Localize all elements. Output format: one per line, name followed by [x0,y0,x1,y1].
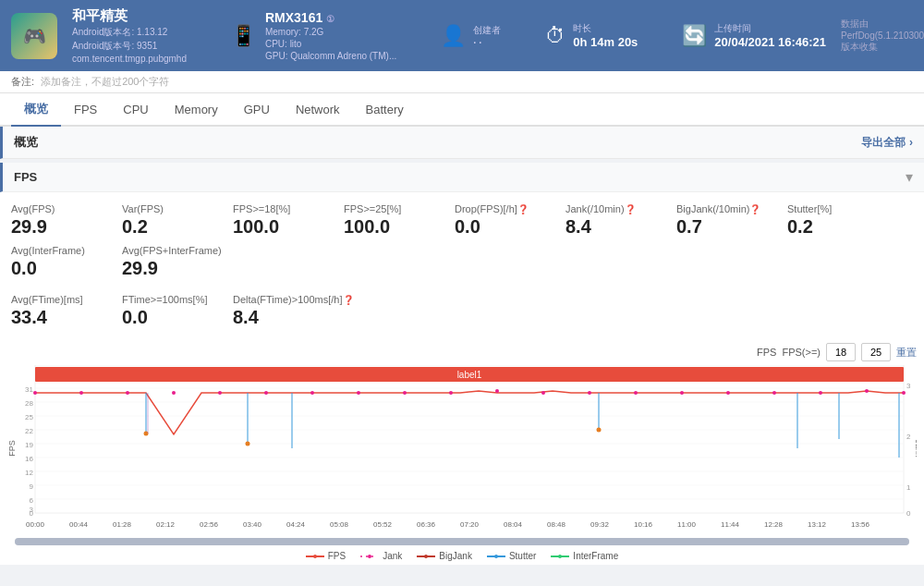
fps-stats-grid: Avg(FPS) 29.9 Var(FPS) 0.2 FPS>=18[%] 10… [0,192,924,290]
chart-controls: FPS FPS(>=) 重置 [7,343,917,361]
svg-text:07:20: 07:20 [460,520,480,529]
svg-point-91 [558,555,562,558]
svg-text:11:00: 11:00 [677,520,697,529]
stat-bigjank: BigJank(/10min)❓ 0.7 [676,200,787,241]
svg-point-30 [79,391,83,395]
app-version-code: Android版本号: 9351 [72,40,187,53]
svg-text:00:00: 00:00 [26,520,45,529]
svg-point-35 [310,391,314,395]
svg-text:13:12: 13:12 [808,520,827,529]
device-tag: ① [326,14,334,24]
svg-text:1: 1 [906,483,911,492]
threshold-input-1[interactable] [826,343,856,361]
legend-interframe: InterFrame [551,551,618,561]
duration-content: 时长 0h 14m 20s [573,22,638,49]
svg-text:02:56: 02:56 [200,520,219,529]
legend-bigjank: BigJank [417,551,472,561]
svg-point-41 [588,391,591,395]
chart-scrollbar[interactable] [15,538,909,545]
collapse-button[interactable]: ▾ [906,168,913,186]
device-memory: Memory: 7.2G [265,27,396,37]
svg-text:label1: label1 [457,370,482,380]
svg-text:3: 3 [906,382,911,390]
svg-text:05:08: 05:08 [330,520,349,529]
chart-legend: FPS Jank BigJank Stutter InterFrame [7,547,917,565]
svg-point-89 [494,555,498,558]
svg-point-42 [634,391,638,395]
watermark: 数据由PerfDog(5.1.210300)版本收集 [841,18,924,54]
svg-point-43 [680,391,684,395]
stat-avg-ftime: Avg(FTime)[ms] 33.4 [11,290,122,332]
creator-label: 创建者 [473,24,501,37]
stat-avg-interframe: Avg(InterFrame) 0.0 [11,241,122,283]
fps-panel: FPS ▾ Avg(FPS) 29.9 Var(FPS) 0.2 FPS>=18… [0,163,924,565]
stat-stutter: Stutter[%] 0.2 [787,200,898,241]
svg-text:11:44: 11:44 [721,520,740,529]
svg-text:6: 6 [30,496,34,505]
overview-section-header: 概览 导出全部 › [0,127,924,159]
legend-stutter: Stutter [487,551,536,561]
threshold-input-2[interactable] [861,343,891,361]
creator-icon: 👤 [441,24,466,48]
tab-battery[interactable]: Battery [353,95,417,126]
tab-fps[interactable]: FPS [61,95,110,126]
stat-jank: Jank(/10min)❓ 8.4 [565,200,676,241]
svg-text:9: 9 [30,482,34,491]
svg-point-33 [218,391,222,395]
svg-text:25: 25 [25,413,33,421]
stat-fps-25: FPS>=25[%] 100.0 [344,200,455,241]
upload-stat: 🔄 上传时间 20/04/2021 16:46:21 [682,22,826,49]
svg-point-38 [449,391,453,395]
svg-text:03:40: 03:40 [243,520,262,529]
creator-stat: 👤 创建者 · · [441,24,501,48]
fps-section-header: FPS ▾ [0,163,924,192]
app-header: 🎮 和平精英 Android版本名: 1.13.12 Android版本号: 9… [0,0,924,71]
export-button[interactable]: 导出全部 › [861,135,913,151]
stat-fps-18: FPS>=18[%] 100.0 [233,200,344,241]
svg-text:04:24: 04:24 [286,520,306,529]
upload-content: 上传时间 20/04/2021 16:46:21 [714,22,826,49]
svg-point-36 [357,391,360,395]
legend-fps: FPS [306,551,346,561]
svg-text:02:12: 02:12 [156,520,176,529]
svg-text:22: 22 [25,427,33,435]
svg-text:0: 0 [906,509,911,518]
svg-point-44 [726,391,730,395]
upload-label: 上传时间 [714,22,826,35]
svg-text:28: 28 [25,399,33,408]
tab-gpu[interactable]: GPU [231,95,283,126]
svg-point-45 [772,391,776,395]
stat-var-fps: Var(FPS) 0.2 [122,200,233,241]
svg-point-46 [819,391,822,395]
svg-text:05:52: 05:52 [373,520,393,529]
svg-text:00:44: 00:44 [69,520,89,529]
tab-network[interactable]: Network [283,95,353,126]
svg-text:08:48: 08:48 [547,520,566,529]
chart-container: FPS FPS(>=) 重置 label1 [0,339,924,565]
svg-point-48 [902,391,906,395]
device-gpu: GPU: Qualcomm Adreno (TM)... [265,51,396,61]
note-placeholder: 添加备注，不超过200个字符 [41,76,169,87]
duration-stat: ⏱ 时长 0h 14m 20s [545,22,638,49]
tab-cpu[interactable]: CPU [110,95,161,126]
app-info: 和平精英 Android版本名: 1.13.12 Android版本号: 935… [72,7,187,64]
tab-overview[interactable]: 概览 [11,93,61,127]
duration-icon: ⏱ [545,24,565,48]
svg-point-31 [126,391,129,395]
fps-stats-grid-2: Avg(FTime)[ms] 33.4 FTime>=100ms[%] 0.0 … [0,290,924,339]
stat-drop-fps: Drop(FPS)[/h]❓ 0.0 [455,200,565,241]
tab-memory[interactable]: Memory [162,95,231,126]
svg-text:10:16: 10:16 [634,520,653,529]
svg-point-39 [495,389,499,393]
reset-button[interactable]: 重置 [896,346,917,360]
app-icon: 🎮 [11,13,57,59]
svg-point-47 [865,389,869,393]
stat-avg-fps: Avg(FPS) 29.9 [11,200,122,241]
device-cpu: CPU: lito [265,39,396,49]
fps-label: FPS [757,347,776,358]
svg-text:01:28: 01:28 [113,520,132,529]
fps-title: FPS [14,170,37,184]
chevron-right-icon: › [909,136,913,149]
svg-point-29 [33,391,37,395]
device-name: RMX3161 ① [265,10,396,25]
